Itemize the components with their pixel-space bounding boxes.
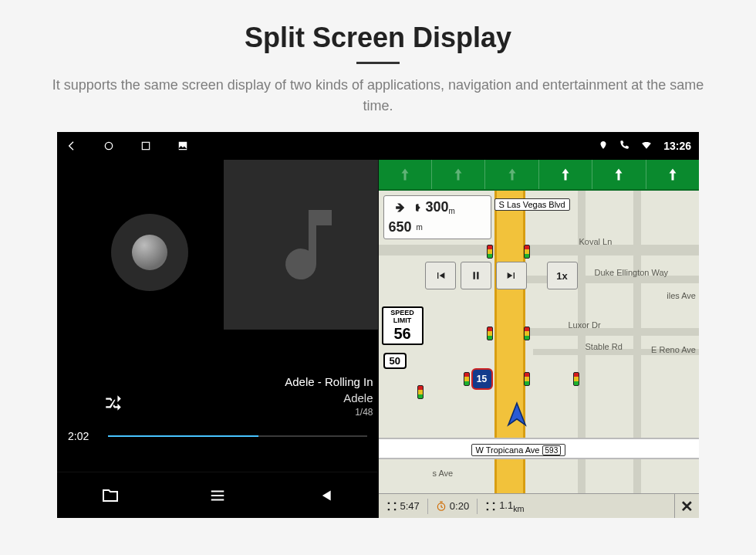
route-speed-button[interactable]: 1x xyxy=(547,262,578,289)
turn-distance: 650 xyxy=(389,219,412,235)
progress-bar[interactable] xyxy=(108,435,367,437)
traffic-light-icon xyxy=(524,327,530,340)
elapsed-time: 2:02 xyxy=(68,430,99,442)
street-label: W Tropicana Ave 593 xyxy=(471,444,566,456)
picture-icon[interactable] xyxy=(176,139,190,153)
track-index: 1/48 xyxy=(285,406,373,419)
traffic-light-icon xyxy=(487,327,493,340)
track-meta: Adele - Rolling In Adele 1/48 xyxy=(285,374,373,419)
road-name: E Reno Ave xyxy=(651,345,696,354)
svg-point-0 xyxy=(105,142,112,149)
street-label: S Las Vegas Blvd xyxy=(494,198,570,211)
joystick-control[interactable] xyxy=(111,214,188,291)
vehicle-cursor-icon xyxy=(502,401,532,433)
lane-arrow-icon xyxy=(592,160,646,189)
player-controls xyxy=(57,472,378,518)
interstate-shield: 15 xyxy=(471,368,493,390)
music-pane: Adele - Rolling In Adele 1/48 2:02 xyxy=(57,160,379,518)
status-bar: 13:26 xyxy=(57,132,699,160)
page-subtitle: It supports the same screen display of t… xyxy=(46,75,710,117)
device-mock: 13:26 Adele - Rolling In Adele 1/48 xyxy=(57,132,699,518)
route-playback-controls: 1x xyxy=(425,262,578,289)
traffic-light-icon xyxy=(524,245,530,259)
previous-button[interactable] xyxy=(305,477,343,514)
lane-arrow-icon xyxy=(539,160,592,189)
wifi-icon xyxy=(640,140,653,153)
album-art xyxy=(224,160,378,330)
road-name: Luxor Dr xyxy=(569,320,601,330)
route-prev-button[interactable] xyxy=(425,262,456,289)
road-name: s Ave xyxy=(433,469,454,478)
traffic-light-icon xyxy=(573,372,579,386)
page-title: Split Screen Display xyxy=(0,22,756,54)
playlist-button[interactable] xyxy=(199,477,236,514)
remaining-time: 0:20 xyxy=(428,500,477,512)
folder-button[interactable] xyxy=(92,477,129,514)
navigation-pane: S Las Vegas Blvd W Tropicana Ave 593 Kov… xyxy=(379,160,700,518)
recent-icon[interactable] xyxy=(139,139,153,153)
clock: 13:26 xyxy=(663,140,691,152)
nav-info-bar: 5:47 0:20 1.1km ✕ xyxy=(379,493,700,518)
back-icon[interactable] xyxy=(65,139,79,153)
shuffle-icon[interactable] xyxy=(103,393,123,416)
remaining-distance: 1.1km xyxy=(478,499,532,513)
traffic-light-icon xyxy=(417,385,424,399)
close-button[interactable]: ✕ xyxy=(674,494,699,519)
eta: 5:47 xyxy=(379,500,427,512)
lane-arrow-icon xyxy=(432,160,485,189)
traffic-light-icon xyxy=(487,245,493,259)
road-name: Duke Ellington Way xyxy=(595,268,669,277)
home-icon[interactable] xyxy=(102,139,116,153)
svg-rect-1 xyxy=(142,142,149,149)
route-shield: 50 xyxy=(383,353,407,369)
turn-hud: 300m 650m xyxy=(383,195,491,239)
route-pause-button[interactable] xyxy=(461,262,491,289)
lane-arrow-icon xyxy=(379,160,432,189)
title-divider xyxy=(356,62,400,64)
map-canvas[interactable]: S Las Vegas Blvd W Tropicana Ave 593 Kov… xyxy=(379,191,700,493)
track-artist: Adele xyxy=(285,390,373,406)
location-icon xyxy=(599,140,608,153)
track-title: Adele - Rolling In xyxy=(285,374,373,390)
speed-limit-sign: SPEED LIMIT 56 xyxy=(382,306,424,345)
road-name: Stable Rd xyxy=(586,342,623,351)
road-name: iles Ave xyxy=(667,291,696,300)
lane-arrow-icon xyxy=(485,160,538,189)
phone-icon xyxy=(619,140,629,153)
lane-arrow-icon xyxy=(646,160,699,189)
road-name: Koval Ln xyxy=(579,237,613,246)
traffic-light-icon xyxy=(464,372,470,386)
route-next-button[interactable] xyxy=(496,262,527,289)
lane-guidance xyxy=(379,160,700,191)
traffic-light-icon xyxy=(524,372,530,386)
